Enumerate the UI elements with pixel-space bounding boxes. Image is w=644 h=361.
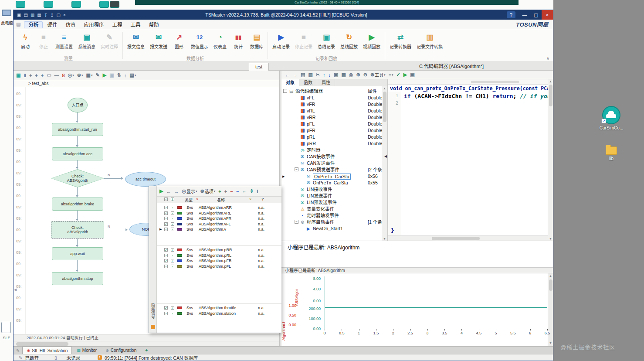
signal-enable-checkbox[interactable]: ✓ [171, 248, 174, 252]
start-button[interactable]: ϟ启动 [16, 32, 34, 50]
tree-onpretx-2[interactable]: ✉OnPreTx_CarSta0x55 [281, 180, 387, 186]
menu-item-1[interactable]: 硬件 [43, 22, 61, 28]
check-all-box-2[interactable]: ‖ [171, 198, 174, 201]
tree-tab-0[interactable]: 对象 [281, 79, 299, 86]
tab-test[interactable]: test [249, 63, 269, 71]
signal-enable-checkbox[interactable]: ✓ [171, 259, 174, 262]
splitter-collapse-icon[interactable]: ◀ [384, 154, 387, 158]
close-button[interactable]: × [542, 10, 553, 20]
remove-step-icon[interactable]: — [54, 72, 60, 78]
signal-visible-checkbox[interactable]: ✓ [164, 228, 168, 231]
code-vscrollbar[interactable]: ▲ ▼ [548, 79, 553, 241]
signal-visible-checkbox[interactable]: ✓ [164, 312, 168, 315]
signal-enable-checkbox[interactable]: ✓ [171, 211, 174, 215]
filter-icon[interactable]: × [196, 197, 198, 201]
signal-row[interactable]: ✓✓SvsABSAlgorithm.vFLn.a. [157, 221, 281, 227]
signal-enable-checkbox[interactable]: ✓ [171, 265, 174, 268]
scroll-down-icon[interactable]: ▼ [549, 341, 552, 344]
tree-root[interactable]: −▤源代码编辑器属性 [281, 88, 387, 95]
video-replay-button[interactable]: ▶视频回放 [360, 32, 383, 50]
function-selector[interactable] [388, 79, 548, 85]
paste-icon[interactable]: ▥ [307, 72, 313, 78]
tree-timer-trigger[interactable]: ◔定时器触发事件 [281, 212, 387, 219]
signal-visible-checkbox[interactable]: ✓ [164, 211, 168, 215]
copy-icon[interactable]: ▤ [300, 72, 306, 78]
message-info-button[interactable]: ✉报文信息 [125, 32, 147, 50]
scroll-up-icon[interactable]: ▲ [549, 80, 552, 83]
tree-newon-start1[interactable]: ▶NewOn_Start1 [281, 225, 387, 232]
menu-item-2[interactable]: 仿真 [61, 22, 79, 28]
menu-item-0[interactable]: 分析 [24, 21, 43, 28]
signal-row[interactable]: ✓✓SvsABSAlgorithm.vRRn.a. [157, 205, 281, 211]
tree-var-vrr[interactable]: vRRDouble [281, 114, 387, 121]
flow-hscroll-thumb[interactable] [16, 342, 68, 346]
cursor-icon[interactable]: I [256, 188, 259, 194]
grid-menu-icon[interactable]: ▦▾ [85, 72, 94, 78]
expand-icon[interactable]: − [295, 167, 298, 171]
signal-enable-checkbox[interactable]: ✓ [171, 206, 174, 209]
start-record-button[interactable]: ▶启动记录 [270, 32, 292, 50]
node-check-2[interactable]: Check: ABSAlgorith [51, 221, 104, 238]
taskbar-app-icon-1[interactable] [16, 1, 25, 8]
node-entry[interactable]: 入口点 [68, 98, 88, 112]
run-script-icon[interactable]: ▶ [403, 72, 408, 78]
signal-row[interactable]: ✓✓SvsABSAlgorithm.throttlen.a. [157, 305, 281, 311]
message-send-button[interactable]: ✉报文发送 [147, 32, 170, 50]
signal-visible-checkbox[interactable]: ✓ [164, 217, 168, 220]
program-icon[interactable]: ▣ [15, 72, 21, 78]
fit-height-icon[interactable]: ⇕ [249, 188, 254, 194]
resize-icon[interactable]: ↕ [123, 72, 128, 78]
tree-lin-rx[interactable]: ✉LIN接收事件 [281, 186, 387, 193]
curve-icon[interactable]: ~ [235, 188, 240, 194]
signal-enable-checkbox[interactable]: ✓ [171, 217, 174, 220]
expand-icon[interactable]: − [283, 89, 287, 93]
col-y[interactable]: Y [261, 197, 264, 201]
code-scroll-thumb[interactable] [549, 85, 552, 106]
record-converter-button[interactable]: ⇄记录转换器 [387, 32, 414, 50]
tree-tab-2[interactable]: 属性 [317, 79, 335, 86]
signal-enable-checkbox[interactable]: ✓ [171, 228, 174, 231]
tree-can-tx[interactable]: ✉CAN发送事件 [281, 160, 387, 167]
dashboard-button[interactable]: ◔仪表盘 [211, 32, 229, 50]
tree-can-pretx[interactable]: −✉CAN预发送事件[2 个条目] [281, 167, 387, 173]
zoom-out-icon[interactable]: ⊖ [363, 72, 368, 78]
edit-icon[interactable]: ✎ [95, 72, 101, 78]
col-name[interactable]: 名称 [217, 197, 225, 203]
new-file-icon[interactable]: ▤ [24, 13, 27, 17]
view-menu-icon[interactable]: ◎▾ [67, 72, 75, 78]
tools-menu[interactable]: ⊛工具▾ [369, 71, 386, 78]
signal-row[interactable]: ▶✓✓SvsABSAlgorithm.vn.a. [157, 227, 281, 232]
tree-var-vfl[interactable]: vFLDouble [281, 95, 387, 101]
signal-visible-checkbox[interactable]: ✓ [164, 254, 168, 257]
signal-enable-checkbox[interactable]: ✓ [171, 312, 174, 315]
back-icon[interactable]: ← [165, 188, 172, 194]
flow-breadcrumb[interactable]: > test_abs [14, 80, 279, 87]
tab-add[interactable]: + [141, 347, 152, 354]
tab-monitor[interactable]: ▦Monitor [73, 347, 101, 354]
database-button[interactable]: ▤数据库 [247, 32, 266, 50]
scroll-up-icon[interactable]: ▲ [383, 87, 386, 90]
import-icon[interactable]: ↧ [44, 13, 47, 17]
graphics-button[interactable]: ↗图形 [170, 32, 188, 50]
cut-icon[interactable]: ✂ [315, 72, 321, 78]
taskbar-app-icon-2[interactable] [44, 1, 53, 8]
save-icon[interactable]: ▣ [333, 72, 339, 78]
ribbon-collapse-icon[interactable]: ∧ [546, 56, 549, 61]
list-menu-icon[interactable]: ▤▾ [129, 72, 137, 78]
lib-folder-icon[interactable] [606, 146, 617, 155]
tree-var-vfr[interactable]: vFRDouble [281, 101, 387, 108]
signal-row[interactable]: ✓✓SvsABSAlgorithm.pRRn.a. [157, 247, 281, 253]
restore-child-icon[interactable]: ▢ [57, 13, 61, 17]
signal-visible-checkbox[interactable]: ✓ [164, 206, 168, 209]
code-editor[interactable]: 1 2 if (ACAN->FIdxChn != CH1) return; //… [388, 92, 548, 235]
tree-var-vrl[interactable]: vRLDouble [281, 108, 387, 114]
check-all-box[interactable]: ✓ [164, 198, 168, 201]
desktop-doc-icon[interactable] [1, 322, 11, 333]
realtime-comment-button[interactable]: ✎实时注释 [98, 32, 121, 50]
signal-row[interactable]: ✓✓SvsABSAlgorithm.vFRn.a. [157, 216, 281, 221]
add-cursor-icon[interactable]: + [224, 188, 228, 194]
taskbar-app-icon-5[interactable] [110, 1, 119, 8]
system-message-button[interactable]: ▣系统消息 [75, 32, 98, 50]
col-type[interactable]: 类型 [185, 197, 193, 203]
filter-icon-2[interactable]: × [249, 197, 251, 201]
